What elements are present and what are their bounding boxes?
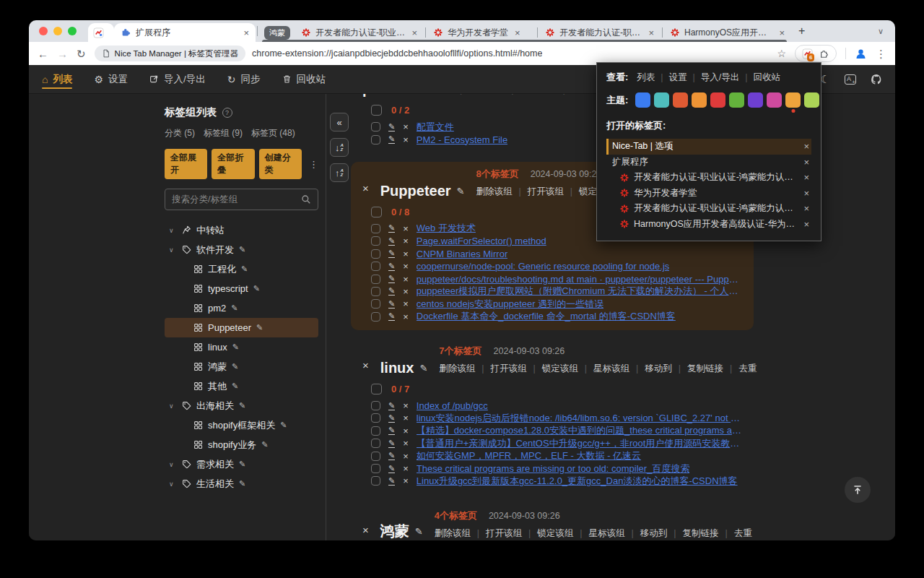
back-icon[interactable]: ← bbox=[38, 48, 48, 59]
url-text[interactable]: chrome-extension://jcaianpdbiecjebddcbeh… bbox=[252, 48, 542, 59]
move-group-link[interactable]: 移动到 bbox=[624, 527, 667, 540]
tab-link[interactable]: Linux升级gcc到最新版本gcc-11.2.0_更新gcc_Dan淡淡的心的… bbox=[417, 475, 738, 488]
row-checkbox[interactable] bbox=[371, 439, 380, 448]
row-checkbox[interactable] bbox=[371, 476, 380, 486]
profile-avatar[interactable] bbox=[855, 48, 867, 60]
row-checkbox[interactable] bbox=[371, 452, 380, 461]
tree-node-staging[interactable]: ∨ 中转站 bbox=[165, 220, 318, 240]
theme-swatch-selected[interactable] bbox=[785, 92, 801, 108]
tab-link[interactable]: 【普通用户+亲测成功】CentOS中升级gcc/g++，非root用户使用源码安… bbox=[417, 437, 742, 450]
close-tab-icon[interactable]: × bbox=[243, 28, 249, 38]
edit-pencil-icon[interactable]: ✎ bbox=[388, 414, 395, 423]
theme-swatch[interactable] bbox=[654, 92, 669, 108]
edit-pencil-icon[interactable]: ✎ bbox=[388, 402, 395, 410]
close-icon[interactable]: × bbox=[803, 203, 809, 214]
row-checkbox[interactable] bbox=[371, 122, 380, 131]
remove-icon[interactable]: × bbox=[403, 261, 409, 272]
remove-icon[interactable]: × bbox=[403, 475, 409, 486]
tree-node-requirements[interactable]: ∨ 需求相关 ✎ bbox=[165, 454, 318, 474]
edit-pencil-icon[interactable]: ✎ bbox=[388, 262, 395, 271]
edit-pencil-icon[interactable]: ✎ bbox=[388, 300, 395, 309]
remove-icon[interactable]: × bbox=[403, 134, 409, 145]
row-checkbox[interactable] bbox=[371, 287, 380, 296]
browser-menu-icon[interactable]: ⋮ bbox=[876, 48, 886, 59]
row-checkbox[interactable] bbox=[371, 401, 380, 410]
dedupe-link[interactable]: 去重 bbox=[723, 363, 757, 375]
theme-swatch[interactable] bbox=[673, 92, 688, 108]
row-checkbox[interactable] bbox=[371, 426, 380, 436]
remove-icon[interactable]: × bbox=[403, 286, 409, 297]
edit-pencil-icon[interactable]: ✎ bbox=[388, 477, 395, 486]
delete-group-link[interactable]: 删除该组 bbox=[439, 363, 475, 375]
row-checkbox[interactable] bbox=[371, 413, 380, 423]
nav-item-list[interactable]: ⌂ 列表 bbox=[42, 65, 72, 93]
tree-node-shopify-business[interactable]: shopify业务 ✎ bbox=[165, 435, 318, 454]
remove-icon[interactable]: × bbox=[403, 413, 409, 423]
move-group-link[interactable]: 移动到 bbox=[629, 363, 672, 375]
edit-pencil-icon[interactable]: ✎ bbox=[388, 426, 395, 435]
tree-node-typescript[interactable]: typescript ✎ bbox=[165, 279, 318, 298]
close-icon[interactable]: × bbox=[803, 219, 809, 230]
tree-node-life[interactable]: ∨ 生活相关 ✎ bbox=[165, 474, 318, 493]
nav-item-sync[interactable]: ↻ 同步 bbox=[227, 65, 261, 93]
select-all-checkbox[interactable] bbox=[371, 105, 382, 116]
extension-chip[interactable]: Nice Tab Manager | 标签页管理器 bbox=[95, 46, 246, 61]
edit-pencil-icon[interactable]: ✎ bbox=[239, 460, 245, 469]
row-checkbox[interactable] bbox=[371, 464, 380, 473]
edit-pencil-icon[interactable]: ✎ bbox=[388, 237, 395, 246]
edit-pencil-icon[interactable]: ✎ bbox=[388, 439, 395, 448]
edit-pencil-icon[interactable]: ✎ bbox=[419, 363, 427, 374]
search-icon[interactable] bbox=[301, 194, 311, 204]
star-group-link[interactable]: 星标该组 bbox=[573, 527, 624, 540]
open-tab-row[interactable]: 扩展程序 × bbox=[606, 155, 811, 171]
omnibox[interactable]: Nice Tab Manager | 标签页管理器 chrome-extensi… bbox=[95, 46, 769, 61]
popup-link-settings[interactable]: 设置 bbox=[655, 72, 687, 84]
edit-pencil-icon[interactable]: ✎ bbox=[231, 303, 237, 313]
tab-link[interactable]: These critical programs are missing or t… bbox=[417, 462, 690, 475]
lock-group-link[interactable]: 锁定该组 bbox=[527, 363, 578, 375]
translate-icon[interactable] bbox=[845, 74, 856, 85]
nav-item-recycle-bin[interactable]: 回收站 bbox=[282, 65, 326, 93]
tab-link[interactable]: Dockerfile 基本命令_dockerfile 命令_mortal 的博客… bbox=[417, 310, 676, 323]
chevron-down-icon[interactable]: ∨ bbox=[169, 227, 177, 234]
remove-icon[interactable]: × bbox=[403, 249, 409, 259]
sidebar-more-icon[interactable]: ⋮ bbox=[309, 159, 318, 170]
open-tab-row[interactable]: 开发者能力认证-职业认证-鸿蒙能力认证-华为开发者学堂 × bbox=[606, 201, 811, 217]
reload-icon[interactable]: ↻ bbox=[77, 48, 86, 59]
edit-pencil-icon[interactable]: ✎ bbox=[388, 465, 395, 473]
theme-swatch[interactable] bbox=[729, 92, 744, 108]
tab-link[interactable]: CNPM Binaries Mirror bbox=[417, 249, 507, 259]
tab-link[interactable]: 配置文件 bbox=[417, 121, 454, 134]
popup-link-import-export[interactable]: 导入/导出 bbox=[687, 72, 740, 84]
tab-link[interactable]: coopernurse/node-pool: Generic resource … bbox=[417, 261, 670, 272]
extensions-puzzle-icon[interactable] bbox=[819, 48, 829, 59]
tab-link[interactable]: Web 开发技术 bbox=[417, 222, 476, 235]
edit-pencil-icon[interactable]: ✎ bbox=[388, 123, 395, 131]
close-icon[interactable]: × bbox=[803, 141, 809, 152]
open-tab-row[interactable]: HarmonyOS应用开发者高级认证-华为开发者学堂 × bbox=[606, 217, 811, 233]
close-tab-icon[interactable]: × bbox=[411, 28, 417, 38]
tree-node-engineering[interactable]: 工程化 ✎ bbox=[165, 259, 318, 279]
close-tab-icon[interactable]: × bbox=[648, 28, 654, 38]
lock-group-link[interactable]: 锁定该组 bbox=[522, 527, 573, 540]
edit-pencil-icon[interactable]: ✎ bbox=[280, 420, 287, 430]
row-checkbox[interactable] bbox=[371, 135, 380, 144]
copy-links-link[interactable]: 复制链接 bbox=[667, 527, 718, 540]
close-tab-icon[interactable]: × bbox=[515, 28, 520, 38]
collapse-sidebar-button[interactable]: « bbox=[330, 113, 349, 131]
tab-harmonyos[interactable]: HarmonyOS应用开发者高级认证-华为开发者学堂 × bbox=[664, 23, 791, 42]
edit-pencil-icon[interactable]: ✎ bbox=[239, 245, 245, 254]
remove-group-icon[interactable]: × bbox=[362, 359, 369, 371]
open-group-link[interactable]: 打开该组 bbox=[512, 186, 563, 198]
delete-group-link[interactable]: 删除该组 bbox=[417, 94, 453, 96]
dark-mode-moon-icon[interactable]: ☾ bbox=[821, 73, 830, 86]
close-icon[interactable]: × bbox=[803, 172, 809, 183]
star-group-link[interactable]: 星标该组 bbox=[578, 363, 629, 375]
minimize-window-button[interactable] bbox=[53, 27, 62, 35]
row-checkbox[interactable] bbox=[371, 312, 380, 322]
remove-icon[interactable]: × bbox=[403, 463, 409, 474]
pinned-tab-nicetab[interactable] bbox=[88, 23, 114, 42]
github-icon[interactable] bbox=[871, 74, 882, 85]
tree-node-linux[interactable]: linux ✎ bbox=[165, 337, 318, 357]
expand-all-button[interactable]: 全部展开 bbox=[165, 149, 207, 179]
